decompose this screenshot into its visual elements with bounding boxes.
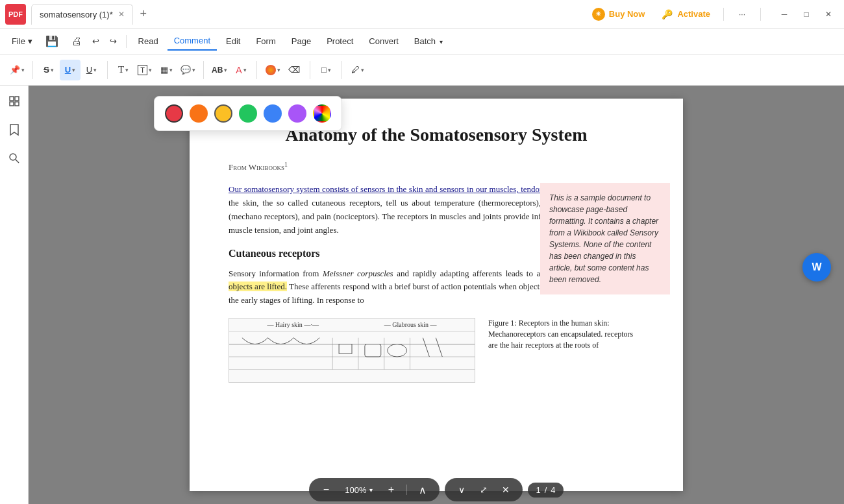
protect-label: Protect: [327, 36, 353, 46]
note-box-text: This is a sample document to showcase pa…: [549, 193, 658, 284]
hairy-skin-label: — Hairy skin —·—: [267, 321, 318, 328]
toolbar: 📌 ▾ S ▾ U ▾ U ▾ T ▾ T ▾ ▦ ▾: [0, 54, 844, 86]
active-tab[interactable]: somatosensory (1)* ✕: [31, 4, 133, 25]
shape-tool[interactable]: □ ▾: [316, 60, 336, 80]
undo-button[interactable]: ↩: [88, 34, 103, 49]
minimize-button[interactable]: ─: [774, 4, 795, 25]
font-color-icon: A: [236, 65, 242, 75]
pdf-source: From Wikibooks1: [229, 161, 644, 173]
menu-item-edit[interactable]: Edit: [219, 32, 247, 50]
toolbar-sep2: [107, 61, 108, 79]
close-button[interactable]: ✕: [818, 4, 839, 25]
search-icon: [8, 152, 20, 167]
main-layout: This is a sample document to showcase pa…: [0, 86, 844, 504]
file-menu-button[interactable]: File ▾: [8, 34, 36, 49]
zoom-up-button[interactable]: ∧: [414, 481, 432, 499]
color-swatch-green[interactable]: [239, 104, 257, 123]
tab-close-button[interactable]: ✕: [118, 10, 125, 18]
page-down-button[interactable]: ∨: [453, 481, 471, 499]
strikethrough-tool[interactable]: S ▾: [38, 60, 59, 80]
svg-rect-9: [339, 344, 352, 354]
highlight-tool[interactable]: ▾: [262, 60, 283, 80]
fit-page-button[interactable]: ⤢: [475, 481, 493, 499]
underline-tool[interactable]: U ▾: [60, 60, 81, 80]
svg-rect-0: [10, 97, 14, 101]
file-label: File: [12, 36, 25, 46]
markup-tool[interactable]: ▦ ▾: [156, 60, 177, 80]
svg-point-11: [388, 344, 407, 357]
pages-icon: [8, 95, 21, 110]
activate-button[interactable]: 🔑 Activate: [655, 5, 715, 23]
page-number-display: 1 / 4: [528, 483, 563, 498]
read-label: Read: [138, 36, 158, 46]
strikethrough-icon: S: [43, 65, 49, 75]
separator2: [760, 8, 761, 21]
markup-icon: ▦: [160, 65, 168, 75]
save-button[interactable]: 💾: [42, 32, 62, 50]
buy-now-button[interactable]: ☀ Buy Now: [587, 5, 651, 23]
activate-label: Activate: [677, 9, 710, 19]
text-tool[interactable]: T ▾: [113, 60, 134, 80]
svg-point-4: [10, 154, 16, 160]
pdf-content-area[interactable]: This is a sample document to showcase pa…: [29, 86, 844, 504]
zoom-dropdown-arrow: ▾: [369, 486, 373, 494]
sidebar-pages-button[interactable]: [3, 91, 26, 114]
menu-item-page[interactable]: Page: [285, 32, 317, 50]
sidebar-search-button[interactable]: [3, 148, 26, 171]
comment-label: Comment: [174, 36, 210, 45]
zoom-controls: − 100% ▾ + ∧: [309, 478, 440, 501]
figure-sketch: — Hairy skin —·— — Glabrous skin —: [229, 318, 475, 383]
callout-arrow: ▾: [192, 67, 195, 73]
font-color-tool[interactable]: A ▾: [230, 60, 251, 80]
menu-item-batch[interactable]: Batch ▾: [408, 32, 449, 50]
sidebar-bookmark-button[interactable]: [3, 119, 26, 143]
close-bottom-button[interactable]: ✕: [497, 481, 515, 499]
word-export-button[interactable]: W: [802, 253, 831, 282]
pdf-figure-area: — Hairy skin —·— — Glabrous skin —: [229, 318, 644, 383]
title-bar-right: ☀ Buy Now 🔑 Activate ··· ─ □ ✕: [587, 4, 839, 25]
sticky-note-tool[interactable]: 📌 ▾: [6, 60, 27, 80]
menu-item-comment[interactable]: Comment: [168, 32, 217, 51]
color-swatch-multicolor[interactable]: [313, 104, 331, 123]
zoom-out-button[interactable]: −: [317, 481, 335, 499]
color-swatch-yellow[interactable]: [214, 104, 232, 123]
menu-item-form[interactable]: Form: [249, 32, 282, 50]
buy-now-icon: ☀: [592, 8, 605, 21]
color-swatch-red[interactable]: [165, 104, 183, 123]
file-dropdown-arrow: ▾: [28, 36, 32, 46]
tab-title: somatosensory (1)*: [40, 10, 113, 19]
eraser-tool[interactable]: ⌫: [284, 60, 304, 80]
menu-item-read[interactable]: Read: [132, 32, 165, 50]
print-button[interactable]: 🖨: [68, 33, 86, 50]
text-format-arrow: ▾: [224, 67, 227, 73]
menu-item-convert[interactable]: Convert: [362, 32, 405, 50]
meissner-italic: Meissner corpuscles: [323, 269, 393, 278]
stamp-tool[interactable]: 🖊 ▾: [347, 60, 368, 80]
textbox-tool[interactable]: T ▾: [134, 60, 155, 80]
zoom-sep: [406, 485, 407, 495]
text-format-tool[interactable]: AB ▾: [209, 60, 230, 80]
figure-caption-text: Figure 1: Receptors in the human skin: M…: [488, 318, 633, 350]
color-swatch-blue[interactable]: [264, 104, 282, 123]
callout-icon: 💬: [180, 65, 191, 75]
more-options-button[interactable]: ···: [732, 4, 752, 25]
color-swatch-orange[interactable]: [190, 104, 208, 123]
zoom-in-button[interactable]: +: [382, 481, 400, 499]
zoom-value-display: 100% ▾: [339, 485, 378, 495]
app-logo-text: PDF: [8, 10, 23, 18]
maximize-button[interactable]: □: [796, 4, 817, 25]
underlined-text: Our somatosensory system consists of sen…: [229, 184, 587, 194]
color-swatch-purple[interactable]: [288, 104, 306, 123]
underline2-icon: U: [86, 65, 92, 75]
highlight-icon: [266, 65, 276, 75]
tab-bar: somatosensory (1)* ✕ +: [31, 4, 587, 25]
figure-lines: [229, 331, 475, 382]
menu-item-protect[interactable]: Protect: [320, 32, 360, 50]
callout-tool[interactable]: 💬 ▾: [177, 60, 198, 80]
svg-line-5: [16, 160, 19, 163]
batch-label: Batch: [414, 36, 436, 46]
redo-button[interactable]: ↪: [106, 34, 121, 49]
save-icon: 💾: [45, 36, 58, 47]
new-tab-button[interactable]: +: [134, 5, 153, 23]
underline2-tool[interactable]: U ▾: [81, 60, 102, 80]
